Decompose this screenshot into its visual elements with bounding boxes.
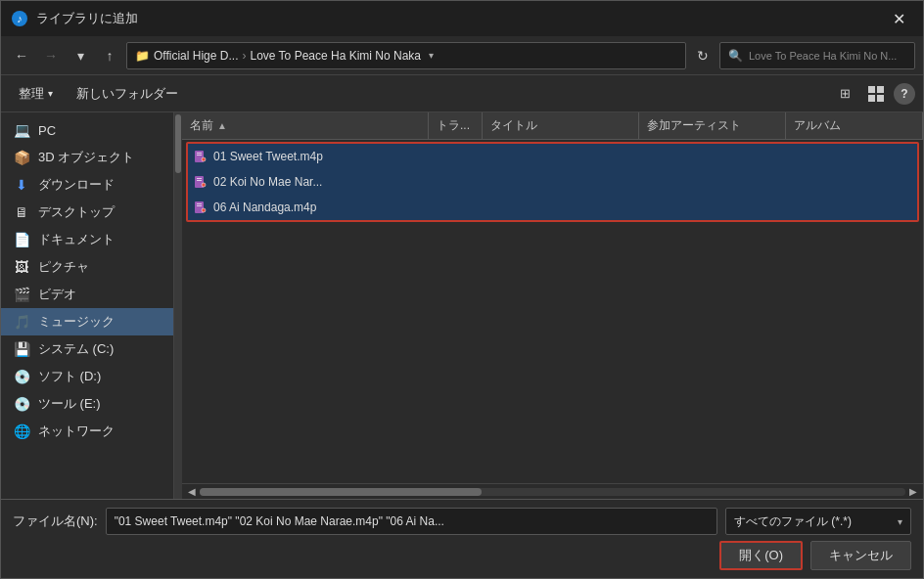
breadcrumb-folder-icon: 📁 <box>135 49 150 63</box>
col-artist[interactable]: 参加アーティスト <box>639 112 786 139</box>
svg-rect-5 <box>877 95 884 102</box>
app-icon: ♪ <box>11 10 28 27</box>
svg-rect-16 <box>197 205 202 206</box>
filetype-arrow: ▾ <box>898 516 902 527</box>
breadcrumb-item-1[interactable]: Love To Peace Ha Kimi No Naka <box>250 49 421 63</box>
col-album[interactable]: アルバム <box>786 112 923 139</box>
sidebar-item-desktop[interactable]: 🖥 デスクトップ <box>1 199 173 226</box>
sidebar-item-documents-label: ドキュメント <box>38 231 115 248</box>
dropdown-button[interactable]: ▾ <box>68 43 93 68</box>
sidebar-item-pictures[interactable]: 🖼 ピクチャ <box>1 253 173 281</box>
sidebar-item-c-drive[interactable]: 💾 システム (C:) <box>1 335 173 363</box>
breadcrumb-bar[interactable]: 📁 Official Hige D... › Love To Peace Ha … <box>126 42 686 69</box>
file-list: 01 Sweet Tweet.m4p <box>182 140 923 483</box>
music-icon: 🎵 <box>13 313 30 331</box>
col-artist-label: 参加アーティスト <box>647 117 741 134</box>
file-cell-artist-2 <box>633 195 780 220</box>
file-item-0[interactable]: 01 Sweet Tweet.m4p <box>188 144 917 169</box>
view-tiles-button[interactable] <box>862 80 890 108</box>
col-album-label: アルバム <box>794 117 841 134</box>
breadcrumb-item-0[interactable]: Official Hige D... <box>154 49 238 63</box>
file-cell-artist-1 <box>633 169 780 195</box>
sidebar-item-network[interactable]: 🌐 ネットワーク <box>1 418 173 445</box>
file-area: 名前 ▲ トラ... タイトル 参加アーティスト アルバム <box>182 112 923 499</box>
scroll-track[interactable] <box>200 488 905 496</box>
toolbar: 整理 ▾ 新しいフォルダー ⊞ ? <box>1 75 923 112</box>
sidebar-item-music[interactable]: 🎵 ミュージック <box>1 308 173 335</box>
sidebar-item-videos[interactable]: 🎬 ビデオ <box>1 281 173 308</box>
sidebar-item-d-drive[interactable]: 💿 ソフト (D:) <box>1 363 173 390</box>
organize-arrow: ▾ <box>48 88 53 99</box>
filename-label: ファイル名(N): <box>13 512 98 530</box>
help-button[interactable]: ? <box>894 83 915 105</box>
svg-point-17 <box>202 208 206 212</box>
filename-input[interactable] <box>106 508 717 535</box>
file-cell-album-2 <box>780 195 917 220</box>
horizontal-scrollbar[interactable]: ◀ ▶ <box>182 483 923 499</box>
file-cell-track-2 <box>423 195 477 220</box>
file-name-2: 06 Ai Nandaga.m4p <box>213 200 316 214</box>
new-folder-button[interactable]: 新しいフォルダー <box>67 81 188 107</box>
file-cell-artist-0 <box>633 144 780 169</box>
main-area: 💻 PC 📦 3D オブジェクト ⬇ ダウンロード 🖥 デスクトップ 📄 <box>1 112 923 499</box>
refresh-button[interactable]: ↻ <box>690 43 716 68</box>
forward-button[interactable]: → <box>38 43 64 68</box>
scroll-right-arrow[interactable]: ▶ <box>905 484 921 500</box>
filetype-label: すべてのファイル (*.*) <box>734 513 852 530</box>
breadcrumb-chevron[interactable]: ▾ <box>429 50 434 61</box>
file-cell-album-0 <box>780 144 917 169</box>
svg-rect-4 <box>868 95 875 102</box>
scroll-left-arrow[interactable]: ◀ <box>184 484 200 500</box>
file-item-2[interactable]: 06 Ai Nandaga.m4p <box>188 195 917 220</box>
sidebar: 💻 PC 📦 3D オブジェクト ⬇ ダウンロード 🖥 デスクトップ 📄 <box>1 112 174 499</box>
open-button[interactable]: 開く(O) <box>719 541 803 570</box>
file-cell-album-1 <box>780 169 917 195</box>
col-title[interactable]: タイトル <box>483 112 639 139</box>
file-cell-name-2: 06 Ai Nandaga.m4p <box>188 195 423 220</box>
svg-rect-11 <box>197 178 202 179</box>
sidebar-item-network-label: ネットワーク <box>38 423 115 440</box>
title-bar: ♪ ライブラリに追加 ✕ <box>1 1 923 36</box>
sidebar-item-e-drive[interactable]: 💿 ツール (E:) <box>1 390 173 418</box>
file-item-1[interactable]: 02 Koi No Mae Nar... <box>188 169 917 195</box>
d-drive-icon: 💿 <box>13 368 30 385</box>
file-music-icon-1 <box>194 175 208 189</box>
pictures-icon: 🖼 <box>13 258 30 276</box>
search-icon: 🔍 <box>728 49 743 63</box>
sidebar-item-d-drive-label: ソフト (D:) <box>38 368 101 385</box>
sidebar-item-downloads-label: ダウンロード <box>38 176 115 194</box>
svg-point-13 <box>202 183 206 187</box>
sidebar-item-downloads[interactable]: ⬇ ダウンロード <box>1 171 173 199</box>
file-cell-track-1 <box>423 169 477 195</box>
organize-button[interactable]: 整理 ▾ <box>9 81 63 107</box>
svg-rect-15 <box>197 203 202 204</box>
close-button[interactable]: ✕ <box>884 7 913 30</box>
sidebar-item-desktop-label: デスクトップ <box>38 203 115 221</box>
new-folder-label: 新しいフォルダー <box>76 85 178 103</box>
col-title-label: タイトル <box>490 117 537 134</box>
file-cell-name-0: 01 Sweet Tweet.m4p <box>188 144 423 169</box>
sidebar-item-pc[interactable]: 💻 PC <box>1 116 173 144</box>
col-name[interactable]: 名前 ▲ <box>182 112 429 139</box>
sidebar-item-documents[interactable]: 📄 ドキュメント <box>1 226 173 253</box>
3d-icon: 📦 <box>13 149 30 166</box>
filetype-dropdown[interactable]: すべてのファイル (*.*) ▾ <box>725 508 911 535</box>
organize-label: 整理 <box>19 85 44 103</box>
search-placeholder: Love To Peace Ha Kimi No N... <box>749 50 897 62</box>
file-cell-title-0 <box>477 144 633 169</box>
download-icon: ⬇ <box>13 176 30 194</box>
scroll-thumb[interactable] <box>200 488 482 496</box>
sidebar-item-3d[interactable]: 📦 3D オブジェクト <box>1 144 173 171</box>
breadcrumb-sep-0: › <box>242 49 246 63</box>
search-box[interactable]: 🔍 Love To Peace Ha Kimi No N... <box>719 42 915 69</box>
e-drive-icon: 💿 <box>13 395 30 413</box>
svg-point-9 <box>202 157 206 161</box>
view-details-button[interactable]: ⊞ <box>831 80 858 108</box>
svg-rect-2 <box>868 86 875 93</box>
back-button[interactable]: ← <box>9 43 34 68</box>
up-button[interactable]: ↑ <box>97 43 122 68</box>
videos-icon: 🎬 <box>13 286 30 303</box>
file-cell-title-2 <box>477 195 633 220</box>
cancel-button[interactable]: キャンセル <box>810 541 911 570</box>
col-track[interactable]: トラ... <box>429 112 483 139</box>
